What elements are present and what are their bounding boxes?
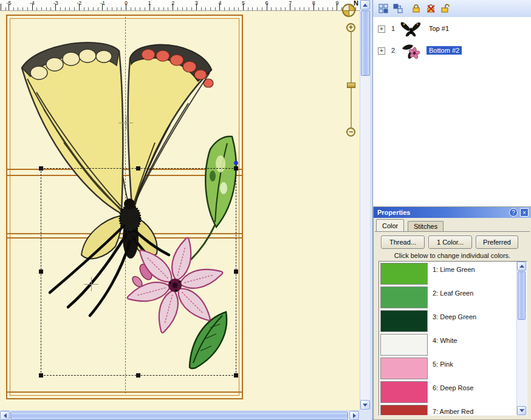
ruler-number: 2 [171,0,174,6]
scroll-up-button[interactable] [360,0,370,10]
scrollbar-corner [360,410,371,420]
zoom-slider-handle[interactable] [347,83,355,88]
color-swatch[interactable] [380,286,428,308]
object-row-top[interactable]: + 1 Top #1 [373,19,531,40]
resize-handle-middle-right[interactable] [234,269,238,274]
zoom-out-button[interactable]: − [346,127,355,137]
color-scroll-up-button[interactable] [517,262,526,271]
arrow-down-icon [519,409,524,412]
top-ruler: -5-4-3-2-10123456789 [0,0,360,11]
color-row[interactable]: 7: Amber Red [379,404,516,416]
arrow-right-icon [353,413,356,418]
tab-stitches[interactable]: Stitches [408,221,444,231]
object-label-selected[interactable]: Bottom #2 [427,46,462,55]
object-label[interactable]: Top #1 [427,24,451,33]
select-grid-button[interactable] [377,2,390,15]
object-row-bottom[interactable]: + 2 [373,41,531,62]
embroidery-editor-window: -5-4-3-2-10123456789 N [0,0,531,420]
color-swatch[interactable] [380,334,428,356]
resize-handle-top-right[interactable] [234,166,238,171]
design-canvas[interactable]: + − [0,11,360,410]
lock-delete-button[interactable] [424,2,437,15]
properties-panel: Properties ? × Color Stitches Thread... … [373,206,531,420]
close-button[interactable]: × [520,208,529,217]
color-scroll-thumb[interactable] [518,271,526,320]
ruler-number: -4 [30,0,35,6]
color-list: 1: Lime Green 2: Leaf Green 3: Deep Gree… [379,261,527,416]
tab-color[interactable]: Color [376,219,404,231]
lock-open-icon [440,3,451,14]
ruler-number: 6 [266,0,269,6]
color-row[interactable]: 4: White [379,333,516,356]
right-panel: + 1 Top #1 + 2 [372,0,531,420]
center-cross [126,115,126,130]
plus-icon: + [380,25,383,32]
object-number: 1 [391,25,395,32]
color-row[interactable]: 2: Leaf Green [379,285,516,309]
butterfly-thumbnail [400,21,422,39]
ruler-number: 7 [289,0,292,6]
lock-closed-button[interactable] [409,2,423,15]
preferred-button[interactable]: Preferred [476,235,518,249]
ruler-numbers: -5-4-3-2-10123456789 [0,0,360,10]
color-row[interactable]: 5: Pink [379,356,516,380]
ruler-number: 5 [242,0,245,6]
horizontal-scrollbar[interactable] [0,410,360,420]
transform-grid-button[interactable] [391,2,405,15]
color-swatch[interactable] [380,357,428,379]
ruler-number: -5 [6,0,11,6]
color-row[interactable]: 3: Deep Green [379,309,516,333]
color-label: 4: White [433,337,457,344]
resize-handle-top-left[interactable] [39,166,43,171]
compass-north-label: N [354,0,358,7]
arrow-up-icon [363,4,368,7]
tab-strip-line [375,231,530,232]
color-scroll-down-button[interactable] [517,406,526,415]
lock-closed-icon [411,3,422,14]
help-button[interactable]: ? [509,208,518,217]
resize-handle-bottom-center[interactable] [136,373,140,378]
color-list-scrollbar[interactable] [516,262,527,415]
tab-stitches-label: Stitches [414,223,437,230]
color-label: 5: Pink [433,361,453,368]
resize-handle-top-center[interactable] [136,166,140,171]
expand-button[interactable]: + [378,47,385,55]
color-label: 2: Leaf Green [433,290,473,297]
scroll-right-button[interactable] [349,411,359,420]
ruler-number: 8 [312,0,315,6]
properties-title: Properties [377,209,410,216]
scroll-left-button[interactable] [0,411,10,420]
compass: N [341,0,360,18]
color-swatch[interactable] [380,263,428,285]
color-label: 1: Lime Green [433,266,475,273]
color-swatch[interactable] [380,310,428,332]
resize-handle-middle-left[interactable] [39,269,43,274]
help-icon: ? [512,209,515,216]
color-swatch[interactable] [380,381,428,403]
zoom-in-button[interactable]: + [346,23,355,32]
color-row[interactable]: 1: Lime Green [379,262,516,285]
flower-thumbnail [400,42,422,61]
ruler-number: 4 [218,0,221,6]
one-color-button[interactable]: 1 Color... [428,235,472,249]
ruler-number: -1 [100,0,105,6]
stitch-start-marker [234,161,238,165]
resize-handle-bottom-right[interactable] [234,373,238,378]
color-row[interactable]: 6: Deep Rose [379,380,516,404]
horizontal-scroll-thumb[interactable] [10,412,348,420]
thread-button[interactable]: Thread... [381,235,425,249]
vertical-scrollbar[interactable] [360,0,370,410]
plus-icon: + [380,47,383,54]
zoom-slider-track[interactable] [351,32,352,127]
arrow-left-icon [4,413,7,418]
arrow-up-icon [519,265,524,268]
resize-handle-bottom-left[interactable] [39,373,43,378]
color-swatch[interactable] [380,405,428,416]
preferred-button-label: Preferred [483,239,511,246]
object-number: 2 [391,47,395,54]
expand-button[interactable]: + [378,25,385,33]
selection-box[interactable] [41,168,236,376]
scroll-down-button[interactable] [360,400,370,410]
vertical-scroll-thumb[interactable] [361,10,370,76]
lock-open-button[interactable] [439,2,452,15]
